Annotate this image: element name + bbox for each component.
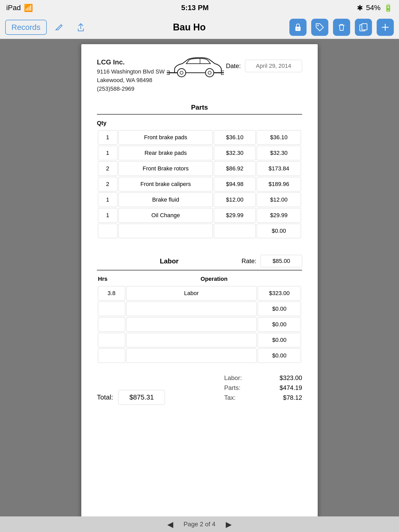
labor-op-4[interactable]: [126, 348, 257, 363]
parts-name-0[interactable]: Front brake pads: [118, 130, 213, 145]
parts-qty-2[interactable]: 2: [98, 161, 117, 176]
qty-label: Qty: [97, 120, 302, 127]
car-logo: [167, 55, 224, 81]
parts-name-5[interactable]: Oil Change: [118, 208, 213, 223]
status-left: iPad 📶: [6, 4, 33, 12]
labor-row: $0.00: [98, 302, 301, 316]
parts-qty-6[interactable]: [98, 224, 117, 238]
svg-point-1: [297, 28, 298, 29]
parts-qty-3[interactable]: 2: [98, 177, 117, 191]
parts-name-2[interactable]: Front Brake rotors: [118, 161, 213, 176]
add-button[interactable]: [377, 19, 394, 36]
total-value[interactable]: $875.31: [118, 390, 165, 405]
parts-price-2[interactable]: $86.92: [214, 161, 255, 176]
edit-button[interactable]: [51, 19, 68, 36]
parts-qty-1[interactable]: 1: [98, 146, 117, 160]
parts-name-4[interactable]: Brake fluid: [118, 192, 213, 207]
document-header: LCG Inc. 9116 Washington Blvd SW Lakewoo…: [97, 57, 302, 93]
labor-hrs-0[interactable]: 3.8: [98, 286, 125, 301]
labor-hrs-4[interactable]: [98, 348, 125, 363]
parts-row: 1 Oil Change $29.99 $29.99: [98, 208, 301, 223]
parts-qty-5[interactable]: 1: [98, 208, 117, 223]
status-right: ✱ 54% 🔋: [357, 4, 393, 12]
labor-total-value: $323.00: [280, 374, 302, 382]
total-right: Labor: $323.00 Parts: $474.19 Tax: $78.1…: [224, 374, 302, 401]
labor-amt-1[interactable]: $0.00: [258, 302, 301, 316]
labor-header: Labor Rate: $85.00: [97, 255, 302, 267]
parts-total-3[interactable]: $189.96: [257, 177, 301, 191]
parts-row: 2 Front brake calipers $94.98 $189.96: [98, 177, 301, 191]
parts-total-4[interactable]: $12.00: [257, 192, 301, 207]
parts-total-row: Parts: $474.19: [224, 384, 302, 391]
parts-table: 1 Front brake pads $36.10 $36.10 1 Rear …: [97, 129, 302, 239]
labor-rate-value[interactable]: $85.00: [261, 255, 302, 267]
date-section: Date: April 29, 2014: [226, 60, 302, 72]
parts-qty-0[interactable]: 1: [98, 130, 117, 145]
op-col-label: Operation: [127, 276, 301, 282]
tax-total-row: Tax: $78.12: [224, 394, 302, 401]
parts-total-6[interactable]: $0.00: [257, 224, 301, 238]
main-background: LCG Inc. 9116 Washington Blvd SW Lakewoo…: [0, 39, 399, 532]
parts-name-3[interactable]: Front brake calipers: [118, 177, 213, 191]
battery-icon: 🔋: [384, 4, 393, 12]
labor-amt-4[interactable]: $0.00: [258, 348, 301, 363]
labor-divider: [97, 270, 302, 270]
prev-page-arrow[interactable]: ◀: [167, 520, 173, 529]
labor-section-title: Labor: [97, 257, 242, 265]
parts-qty-4[interactable]: 1: [98, 192, 117, 207]
labor-hrs-3[interactable]: [98, 333, 125, 347]
ipad-label: iPad: [6, 4, 21, 12]
parts-name-6[interactable]: [118, 224, 213, 238]
labor-table: 3.8 Labor $323.00 $0.00 $0.00 $0.00 $0.0…: [97, 285, 302, 364]
total-left: Total: $875.31: [97, 390, 165, 405]
parts-price-3[interactable]: $94.98: [214, 177, 255, 191]
labor-amt-3[interactable]: $0.00: [258, 333, 301, 347]
next-page-arrow[interactable]: ▶: [226, 520, 232, 529]
labor-row: $0.00: [98, 348, 301, 363]
parts-name-1[interactable]: Rear brake pads: [118, 146, 213, 160]
parts-row: 1 Brake fluid $12.00 $12.00: [98, 192, 301, 207]
parts-price-5[interactable]: $29.99: [214, 208, 255, 223]
parts-total-1[interactable]: $32.30: [257, 146, 301, 160]
page-indicator: ◀ Page 2 of 4 ▶: [0, 516, 399, 532]
labor-rate-section: Rate: $85.00: [242, 255, 302, 267]
page-indicator-text: Page 2 of 4: [184, 521, 216, 528]
delete-button[interactable]: [333, 19, 350, 36]
labor-hrs-1[interactable]: [98, 302, 125, 316]
totals-section: Total: $875.31 Labor: $323.00 Parts: $47…: [97, 374, 302, 405]
parts-price-4[interactable]: $12.00: [214, 192, 255, 207]
parts-total-5[interactable]: $29.99: [257, 208, 301, 223]
labor-op-3[interactable]: [126, 333, 257, 347]
labor-amt-2[interactable]: $0.00: [258, 317, 301, 332]
hrs-col-label: Hrs: [98, 276, 124, 282]
labor-op-2[interactable]: [126, 317, 257, 332]
parts-section-title: Parts: [97, 103, 302, 111]
labor-column-headers: Hrs Operation: [97, 276, 302, 282]
parts-total-2[interactable]: $173.84: [257, 161, 301, 176]
parts-row: $0.00: [98, 224, 301, 238]
date-value[interactable]: April 29, 2014: [245, 60, 302, 72]
copy-button[interactable]: [355, 19, 372, 36]
tag-button[interactable]: [311, 19, 328, 36]
toolbar: Records Bau Ho: [0, 16, 399, 39]
page-title: Bau Ho: [173, 22, 206, 33]
tax-total-label: Tax:: [224, 394, 236, 401]
labor-op-0[interactable]: Labor: [126, 286, 257, 301]
wifi-icon: 📶: [24, 4, 33, 12]
battery-label: 54%: [366, 4, 381, 12]
share-button[interactable]: [72, 19, 89, 36]
svg-rect-4: [362, 24, 367, 30]
status-bar: iPad 📶 5:13 PM ✱ 54% 🔋: [0, 0, 399, 16]
labor-op-1[interactable]: [126, 302, 257, 316]
labor-hrs-2[interactable]: [98, 317, 125, 332]
parts-price-1[interactable]: $32.30: [214, 146, 255, 160]
records-button[interactable]: Records: [5, 20, 47, 35]
parts-price-0[interactable]: $36.10: [214, 130, 255, 145]
parts-total-0[interactable]: $36.10: [257, 130, 301, 145]
company-name: LCG Inc.: [97, 57, 165, 67]
parts-price-6[interactable]: [214, 224, 255, 238]
labor-amt-0[interactable]: $323.00: [258, 286, 301, 301]
invoice-document: LCG Inc. 9116 Washington Blvd SW Lakewoo…: [81, 44, 318, 527]
company-address2: Lakewood, WA 98498: [97, 76, 165, 84]
lock-button[interactable]: [289, 19, 307, 36]
